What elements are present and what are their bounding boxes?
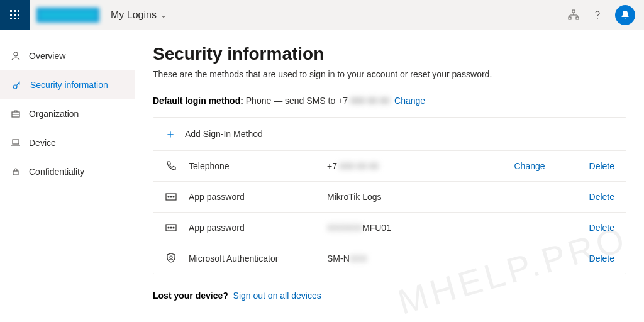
sidebar-item-label: Overview xyxy=(29,51,65,61)
password-icon xyxy=(165,221,177,234)
sidebar-item-label: Security information xyxy=(30,80,108,90)
lost-device-label: Lost your device? xyxy=(153,291,228,301)
sidebar-item-label: Organization xyxy=(29,109,79,119)
plus-icon: ＋ xyxy=(165,126,176,142)
phone-icon xyxy=(165,160,177,172)
sign-out-all-link[interactable]: Sign out on all devices xyxy=(233,291,321,301)
sidebar-item-organization[interactable]: Organization xyxy=(0,99,135,128)
change-link[interactable]: Change xyxy=(514,161,545,171)
help-icon[interactable] xyxy=(591,9,604,21)
waffle-icon xyxy=(10,10,20,20)
method-name: App password xyxy=(189,192,327,202)
app-launcher-waffle[interactable] xyxy=(0,0,30,30)
svg-rect-5 xyxy=(18,14,19,16)
svg-rect-1 xyxy=(14,10,16,12)
method-value: XXXXXXMFU01 xyxy=(327,223,464,233)
add-method-label: Add Sign-In Method xyxy=(185,129,263,139)
page-subtitle: These are the methods that are used to s… xyxy=(153,69,626,79)
default-login-value-prefix: Phone — send SMS to +7 xyxy=(246,96,350,106)
svg-point-13 xyxy=(14,52,18,56)
svg-point-24 xyxy=(170,227,172,228)
main-content: Security information These are the metho… xyxy=(135,30,644,322)
method-value: MikroTik Logs xyxy=(327,192,464,202)
delete-link[interactable]: Delete xyxy=(589,223,614,233)
method-value: +7 000 00 00 xyxy=(327,161,464,171)
svg-rect-4 xyxy=(14,14,16,16)
key-icon xyxy=(11,79,23,91)
person-icon xyxy=(10,50,21,62)
sidebar-item-security[interactable]: Security information xyxy=(0,70,135,99)
sidebar-item-overview[interactable]: Overview xyxy=(0,42,135,70)
change-default-link[interactable]: Change xyxy=(394,96,425,106)
svg-rect-17 xyxy=(13,171,18,175)
svg-point-26 xyxy=(170,256,172,258)
sidebar-item-label: Confidentiality xyxy=(29,167,84,177)
method-name: Microsoft Authenticator xyxy=(189,253,327,264)
chevron-down-icon: ⌄ xyxy=(160,11,167,19)
methods-card: ＋ Add Sign-In Method Telephone +7 000 00… xyxy=(153,117,626,274)
password-icon xyxy=(165,191,177,203)
notifications-bell[interactable] xyxy=(615,5,635,25)
briefcase-icon xyxy=(10,108,21,119)
svg-rect-11 xyxy=(576,17,579,19)
default-login-row: Default login method: Phone — send SMS t… xyxy=(153,96,626,106)
sidebar-item-confidentiality[interactable]: Confidentiality xyxy=(0,157,135,186)
svg-rect-2 xyxy=(18,10,19,12)
lost-device-row: Lost your device? Sign out on all device… xyxy=(153,291,626,301)
default-login-label: Default login method: xyxy=(153,96,243,106)
page-title-dropdown[interactable]: My Logins ⌄ xyxy=(111,9,167,21)
method-row-apppassword-1: App password MikroTik Logs Delete xyxy=(153,182,626,213)
delete-link[interactable]: Delete xyxy=(589,161,614,171)
svg-rect-10 xyxy=(569,17,571,19)
authenticator-icon xyxy=(165,252,177,265)
svg-rect-7 xyxy=(14,18,16,19)
svg-rect-9 xyxy=(572,10,575,13)
svg-rect-16 xyxy=(13,140,19,144)
method-row-authenticator: Microsoft Authenticator SM-NXXX Delete xyxy=(153,243,626,274)
topbar-actions xyxy=(567,5,644,25)
delete-link[interactable]: Delete xyxy=(589,253,614,264)
svg-rect-3 xyxy=(10,14,12,16)
svg-point-25 xyxy=(173,227,174,228)
laptop-icon xyxy=(10,137,21,148)
header-title: My Logins xyxy=(111,9,157,21)
method-name: Telephone xyxy=(189,161,327,171)
default-login-value-masked: 000 00 00 xyxy=(350,96,389,106)
svg-rect-6 xyxy=(10,18,12,19)
org-chart-icon[interactable] xyxy=(567,9,580,21)
svg-point-14 xyxy=(13,85,17,89)
page-heading: Security information xyxy=(153,44,626,64)
lock-icon xyxy=(10,166,21,177)
add-signin-method[interactable]: ＋ Add Sign-In Method xyxy=(153,118,626,151)
svg-point-20 xyxy=(170,196,172,197)
svg-point-23 xyxy=(168,227,169,228)
tenant-logo-redacted xyxy=(36,8,99,23)
sidebar-item-device[interactable]: Device xyxy=(0,128,135,157)
svg-rect-0 xyxy=(10,10,12,12)
delete-link[interactable]: Delete xyxy=(589,192,614,202)
method-row-telephone: Telephone +7 000 00 00 Change Delete xyxy=(153,151,626,182)
svg-point-12 xyxy=(597,18,597,18)
svg-point-19 xyxy=(168,196,169,197)
svg-point-21 xyxy=(173,196,174,197)
svg-rect-8 xyxy=(18,18,19,19)
sidebar: Overview Security information Organizati… xyxy=(0,30,135,322)
sidebar-item-label: Device xyxy=(29,138,56,148)
bell-icon xyxy=(620,10,630,20)
top-bar: My Logins ⌄ xyxy=(0,0,644,30)
method-value: SM-NXXX xyxy=(327,253,464,264)
method-name: App password xyxy=(189,223,327,233)
method-row-apppassword-2: App password XXXXXXMFU01 Delete xyxy=(153,213,626,243)
